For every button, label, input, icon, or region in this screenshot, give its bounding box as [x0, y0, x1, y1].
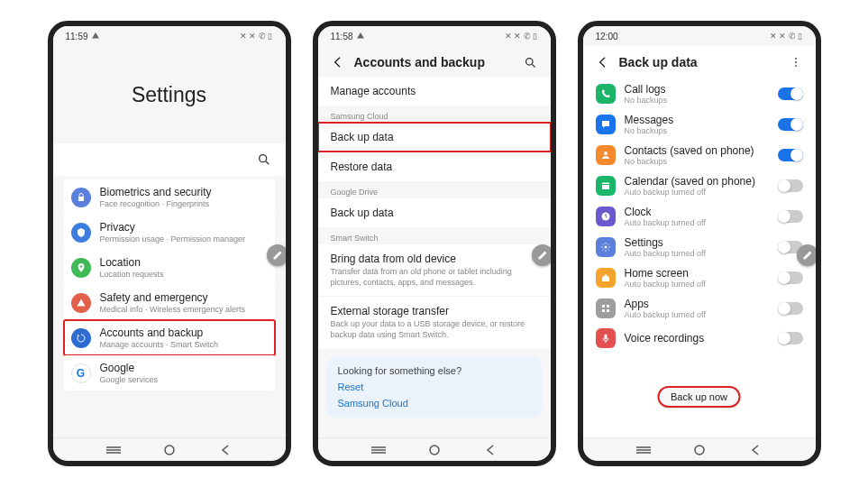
status-time: 11:58 — [331, 32, 353, 41]
item-title: Home screen — [625, 267, 769, 280]
toggle-call-logs[interactable] — [778, 87, 803, 100]
svg-point-0 — [259, 155, 266, 162]
search-icon[interactable] — [524, 55, 538, 69]
toggle-contacts[interactable] — [778, 149, 803, 161]
toggle-voice-rec[interactable] — [778, 332, 803, 345]
backup-item-settings[interactable]: SettingsAuto backup turned off — [583, 232, 816, 262]
bring-data-row[interactable]: Bring data from old device Transfer data… — [318, 244, 551, 296]
backup-data-google-row[interactable]: Back up data — [318, 198, 551, 227]
toggle-calendar[interactable] — [778, 179, 803, 192]
calendar-icon — [596, 176, 616, 196]
svg-rect-24 — [602, 309, 605, 312]
page-title: Settings — [53, 46, 286, 143]
backup-item-clock[interactable]: ClockAuto backup turned off — [583, 201, 816, 232]
toggle-messages[interactable] — [778, 118, 803, 131]
settings-item-safety[interactable]: Safety and emergencyMedical info · Wirel… — [64, 285, 275, 320]
nav-back[interactable] — [218, 443, 233, 457]
nav-recents[interactable] — [371, 443, 386, 457]
item-sub: Auto backup turned off — [625, 249, 769, 258]
toggle-homescreen[interactable] — [778, 271, 803, 284]
item-sub: Google services — [100, 375, 268, 384]
back-icon[interactable] — [331, 55, 345, 69]
samsung-cloud-link[interactable]: Samsung Cloud — [338, 398, 531, 409]
item-sub: Permission usage · Permission manager — [100, 234, 268, 244]
settings-item-location[interactable]: LocationLocation requests — [64, 250, 275, 285]
edit-fab[interactable] — [267, 244, 286, 266]
backup-item-apps[interactable]: AppsAuto backup turned off — [583, 293, 816, 324]
edit-fab[interactable] — [532, 244, 551, 266]
svg-point-21 — [604, 246, 607, 249]
item-sub: Face recognition · Fingerprints — [100, 199, 268, 208]
apps-icon — [596, 299, 616, 318]
settings-item-biometrics[interactable]: Biometrics and securityFace recognition … — [64, 179, 275, 215]
nav-home[interactable] — [692, 443, 707, 457]
svg-rect-25 — [607, 309, 609, 312]
status-icons: ✕ ✕ ✆ ▯ — [240, 32, 273, 41]
svg-point-14 — [795, 58, 797, 60]
status-bar: 11:58 ✕ ✕ ✆ ▯ — [318, 26, 551, 46]
item-title: Privacy — [100, 221, 268, 234]
backup-item-contacts[interactable]: Contacts (saved on phone)No backups — [583, 140, 816, 170]
manage-accounts-row[interactable]: Manage accounts — [318, 77, 551, 106]
item-title: Biometrics and security — [100, 186, 268, 198]
nav-recents[interactable] — [636, 443, 651, 457]
item-sub: No backups — [625, 157, 769, 166]
restore-data-row[interactable]: Restore data — [318, 152, 551, 181]
settings-item-google[interactable]: G GoogleGoogle services — [64, 355, 275, 391]
item-title: Google — [100, 362, 268, 374]
nav-bar — [53, 437, 286, 461]
contacts-icon — [596, 145, 616, 165]
row-sub: Back up your data to a USB storage devic… — [331, 319, 538, 340]
nav-bar — [318, 437, 551, 461]
shield-icon — [71, 223, 91, 243]
pin-icon — [71, 258, 91, 278]
edit-fab[interactable] — [797, 244, 816, 266]
phone-settings: 11:59 ✕ ✕ ✆ ▯ Settings Biometrics and se… — [48, 21, 291, 466]
backup-now-button[interactable]: Back up now — [658, 387, 740, 407]
toggle-clock[interactable] — [778, 210, 803, 223]
nav-back[interactable] — [483, 443, 498, 457]
status-icons: ✕ ✕ ✆ ▯ — [505, 32, 538, 41]
settings-item-privacy[interactable]: PrivacyPermission usage · Permission man… — [64, 215, 275, 250]
item-sub: Auto backup turned off — [625, 188, 769, 197]
backup-item-messages[interactable]: MessagesNo backups — [583, 109, 816, 140]
notif-icon — [357, 32, 364, 40]
backup-data-samsung-row[interactable]: Back up data — [318, 123, 551, 152]
svg-point-7 — [165, 446, 174, 455]
nav-home[interactable] — [162, 443, 177, 457]
item-title: Accounts and backup — [100, 326, 268, 339]
backup-item-homescreen[interactable]: Home screenAuto backup turned off — [583, 262, 816, 293]
svg-rect-18 — [602, 183, 609, 190]
toggle-apps[interactable] — [778, 302, 803, 315]
external-storage-row[interactable]: External storage transfer Back up your d… — [318, 297, 551, 348]
looking-title: Looking for something else? — [338, 365, 531, 376]
more-icon[interactable] — [789, 55, 803, 69]
status-bar: 11:59 ✕ ✕ ✆ ▯ — [53, 26, 286, 46]
svg-line-9 — [532, 64, 535, 67]
reset-link[interactable]: Reset — [338, 381, 531, 392]
backup-item-calendar[interactable]: Calendar (saved on phone)Auto backup tur… — [583, 170, 816, 201]
sync-icon — [71, 328, 91, 348]
item-title: Apps — [625, 298, 769, 310]
svg-point-13 — [430, 446, 439, 455]
item-title: Call logs — [625, 83, 769, 96]
back-icon[interactable] — [596, 55, 610, 69]
row-title: External storage transfer — [331, 305, 538, 317]
nav-home[interactable] — [427, 443, 442, 457]
nav-bar — [583, 437, 816, 461]
backup-item-voice-rec[interactable]: Voice recordings — [583, 324, 816, 353]
item-title: Contacts (saved on phone) — [625, 144, 769, 157]
emergency-icon — [71, 293, 91, 313]
phone-backup-data: 12:00 ✕ ✕ ✆ ▯ Back up data Call logsNo b… — [578, 21, 821, 466]
svg-point-8 — [526, 58, 534, 65]
looking-card: Looking for something else? Reset Samsun… — [327, 356, 542, 418]
nav-back[interactable] — [748, 443, 763, 457]
settings-item-accounts-backup[interactable]: Accounts and backupManage accounts · Sma… — [64, 320, 275, 355]
homescreen-icon — [596, 268, 616, 288]
status-bar: 12:00 ✕ ✕ ✆ ▯ — [583, 26, 816, 46]
svg-point-17 — [604, 152, 608, 155]
nav-recents[interactable] — [106, 443, 121, 457]
search-icon[interactable] — [257, 152, 271, 167]
messages-icon — [596, 115, 616, 134]
backup-item-call-logs[interactable]: Call logsNo backups — [583, 78, 816, 109]
